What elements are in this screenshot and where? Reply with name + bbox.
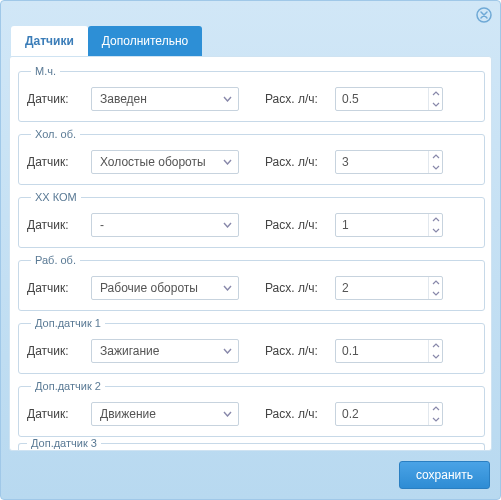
sensor-label: Датчик: — [27, 344, 83, 358]
rate-label: Расх. л/ч: — [265, 155, 327, 169]
sensor-label: Датчик: — [27, 218, 83, 232]
scroll-area[interactable]: М.ч. Датчик: Заведен Расх. л/ч: — [10, 57, 491, 450]
rate-stepper[interactable] — [335, 150, 443, 174]
chevron-down-icon — [222, 157, 232, 167]
group-title: Доп.датчик 3 — [27, 437, 101, 449]
rate-input[interactable] — [336, 277, 428, 299]
group-mch: М.ч. Датчик: Заведен Расх. л/ч: — [18, 65, 485, 122]
stepper-buttons — [428, 340, 442, 362]
group-title: Хол. об. — [31, 128, 80, 140]
rate-stepper[interactable] — [335, 339, 443, 363]
group-holob: Хол. об. Датчик: Холостые обороты Расх. … — [18, 128, 485, 185]
group-row: Датчик: Зажигание Расх. л/ч: — [27, 339, 476, 363]
sensor-select-value: Движение — [100, 407, 156, 421]
sensor-label: Датчик: — [27, 92, 83, 106]
stepper-up[interactable] — [429, 340, 442, 351]
rate-input[interactable] — [336, 88, 428, 110]
group-dop2: Доп.датчик 2 Датчик: Движение Расх. л/ч: — [18, 380, 485, 437]
rate-input[interactable] — [336, 214, 428, 236]
dialog-header — [1, 1, 500, 26]
stepper-down[interactable] — [429, 99, 442, 110]
save-button[interactable]: сохранить — [399, 461, 490, 489]
dialog: Датчики Дополнительно М.ч. Датчик: Завед… — [0, 0, 501, 500]
sensor-select[interactable]: Заведен — [91, 87, 239, 111]
stepper-buttons — [428, 151, 442, 173]
stepper-buttons — [428, 88, 442, 110]
tab-sensors[interactable]: Датчики — [11, 26, 88, 56]
group-row: Датчик: Заведен Расх. л/ч: — [27, 87, 476, 111]
stepper-up[interactable] — [429, 403, 442, 414]
sensor-label: Датчик: — [27, 155, 83, 169]
rate-stepper[interactable] — [335, 213, 443, 237]
rate-stepper[interactable] — [335, 402, 443, 426]
sensor-select-value: Рабочие обороты — [100, 281, 198, 295]
chevron-down-icon — [222, 409, 232, 419]
group-row: Датчик: - Расх. л/ч: — [27, 213, 476, 237]
sensor-select[interactable]: Холостые обороты — [91, 150, 239, 174]
sensor-select-value: Зажигание — [100, 344, 159, 358]
rate-label: Расх. л/ч: — [265, 407, 327, 421]
sensor-select[interactable]: Рабочие обороты — [91, 276, 239, 300]
chevron-down-icon — [222, 283, 232, 293]
stepper-buttons — [428, 403, 442, 425]
stepper-down[interactable] — [429, 351, 442, 362]
close-icon[interactable] — [476, 7, 492, 23]
group-title: Доп.датчик 1 — [31, 317, 105, 329]
sensor-select-value: Холостые обороты — [100, 155, 206, 169]
stepper-down[interactable] — [429, 162, 442, 173]
sensor-select-value: Заведен — [100, 92, 147, 106]
tab-additional[interactable]: Дополнительно — [88, 26, 202, 56]
group-title: Доп.датчик 2 — [31, 380, 105, 392]
rate-label: Расх. л/ч: — [265, 92, 327, 106]
rate-input[interactable] — [336, 151, 428, 173]
group-row: Датчик: Движение Расх. л/ч: — [27, 402, 476, 426]
rate-stepper[interactable] — [335, 87, 443, 111]
rate-input[interactable] — [336, 340, 428, 362]
sensor-select[interactable]: Зажигание — [91, 339, 239, 363]
stepper-up[interactable] — [429, 88, 442, 99]
stepper-down[interactable] — [429, 414, 442, 425]
rate-stepper[interactable] — [335, 276, 443, 300]
rate-input[interactable] — [336, 403, 428, 425]
stepper-down[interactable] — [429, 288, 442, 299]
group-dop3: Доп.датчик 3 — [18, 443, 485, 450]
group-dop1: Доп.датчик 1 Датчик: Зажигание Расх. л/ч… — [18, 317, 485, 374]
sensor-select-value: - — [100, 218, 104, 232]
sensor-label: Датчик: — [27, 407, 83, 421]
chevron-down-icon — [222, 220, 232, 230]
group-rabob: Раб. об. Датчик: Рабочие обороты Расх. л… — [18, 254, 485, 311]
rate-label: Расх. л/ч: — [265, 344, 327, 358]
chevron-down-icon — [222, 346, 232, 356]
panel: М.ч. Датчик: Заведен Расх. л/ч: — [9, 56, 492, 451]
stepper-down[interactable] — [429, 225, 442, 236]
rate-label: Расх. л/ч: — [265, 218, 327, 232]
sensor-select[interactable]: Движение — [91, 402, 239, 426]
dialog-footer: сохранить — [1, 451, 500, 499]
group-xxkom: ХХ КОМ Датчик: - Расх. л/ч: — [18, 191, 485, 248]
group-title: Раб. об. — [31, 254, 80, 266]
tab-bar: Датчики Дополнительно — [1, 26, 500, 56]
sensor-select[interactable]: - — [91, 213, 239, 237]
stepper-up[interactable] — [429, 214, 442, 225]
stepper-buttons — [428, 214, 442, 236]
group-row: Датчик: Холостые обороты Расх. л/ч: — [27, 150, 476, 174]
stepper-up[interactable] — [429, 151, 442, 162]
rate-label: Расх. л/ч: — [265, 281, 327, 295]
group-title: М.ч. — [31, 65, 60, 77]
chevron-down-icon — [222, 94, 232, 104]
sensor-label: Датчик: — [27, 281, 83, 295]
group-title: ХХ КОМ — [31, 191, 81, 203]
stepper-buttons — [428, 277, 442, 299]
group-row: Датчик: Рабочие обороты Расх. л/ч: — [27, 276, 476, 300]
stepper-up[interactable] — [429, 277, 442, 288]
